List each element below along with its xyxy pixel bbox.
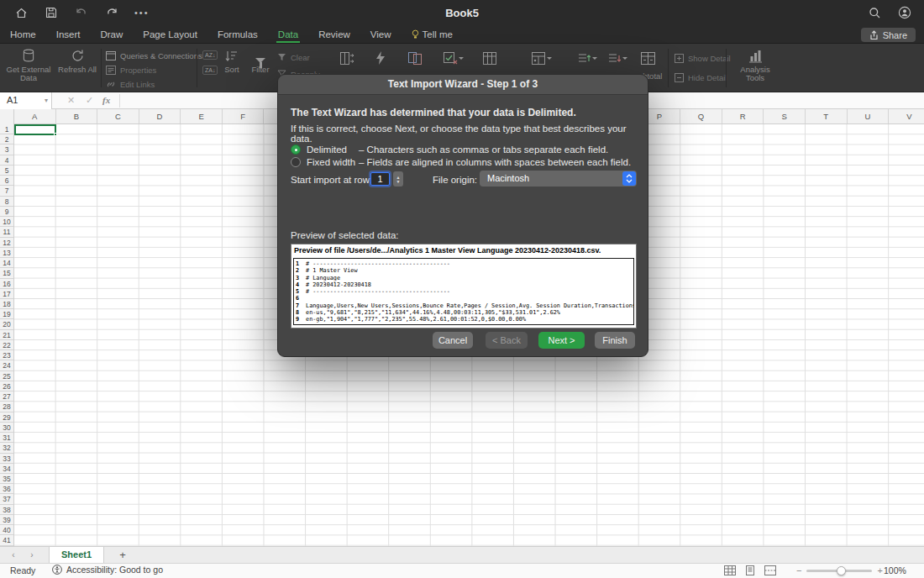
accessibility-status[interactable]: Accessibility: Good to go (52, 565, 163, 575)
row-header-16[interactable]: 16 (0, 279, 13, 289)
preview-data[interactable]: 1 # ------------------------------------… (293, 258, 634, 325)
column-header-S[interactable]: S (764, 109, 806, 123)
row-header-5[interactable]: 5 (0, 166, 13, 176)
row-header-19[interactable]: 19 (0, 309, 13, 319)
row-header-8[interactable]: 8 (0, 197, 13, 207)
row-header-2[interactable]: 2 (0, 134, 13, 144)
file-origin-dropdown[interactable]: Macintosh (480, 171, 637, 187)
row-header-35[interactable]: 35 (0, 474, 13, 484)
row-header-6[interactable]: 6 (0, 176, 13, 186)
selected-cell-a1[interactable] (14, 124, 56, 135)
normal-view-icon[interactable] (724, 565, 736, 575)
search-icon[interactable] (867, 5, 882, 20)
name-box-caret-icon[interactable]: ▾ (45, 92, 48, 108)
row-header-29[interactable]: 29 (0, 412, 13, 423)
row-header-32[interactable]: 32 (0, 443, 13, 453)
row-header-30[interactable]: 30 (0, 423, 13, 433)
row-header-27[interactable]: 27 (0, 391, 13, 402)
zoom-out-icon[interactable]: − (796, 565, 801, 575)
row-header-26[interactable]: 26 (0, 381, 13, 391)
tab-page-layout[interactable]: Page Layout (143, 25, 197, 43)
page-layout-view-icon[interactable] (744, 565, 756, 575)
row-header-31[interactable]: 31 (0, 433, 13, 443)
column-header-T[interactable]: T (806, 109, 848, 123)
column-header-Q[interactable]: Q (680, 109, 722, 123)
sheet-scroll-right-icon[interactable]: › (27, 550, 37, 560)
next-button[interactable]: Next > (538, 332, 585, 349)
row-header-10[interactable]: 10 (0, 217, 13, 227)
row-header-18[interactable]: 18 (0, 299, 13, 309)
name-box[interactable]: A1 ▾ (0, 92, 52, 109)
select-all-corner[interactable] (0, 109, 14, 124)
add-sheet-button[interactable]: + (116, 549, 129, 561)
sheet-tab-sheet1[interactable]: Sheet1 (49, 547, 104, 564)
column-header-F[interactable]: F (223, 109, 265, 123)
row-header-7[interactable]: 7 (0, 186, 13, 196)
row-header-4[interactable]: 4 (0, 155, 13, 166)
fixed-width-radio[interactable] (291, 157, 301, 167)
tab-review[interactable]: Review (318, 25, 350, 43)
group-icon[interactable] (575, 50, 592, 66)
row-header-14[interactable]: 14 (0, 258, 13, 268)
sort-az-icon[interactable]: AZ↓ (202, 50, 218, 60)
row-header-13[interactable]: 13 (0, 248, 13, 258)
row-header-20[interactable]: 20 (0, 319, 13, 329)
flash-fill-icon[interactable] (372, 50, 389, 66)
column-header-E[interactable]: E (181, 109, 223, 123)
start-import-row-input[interactable] (370, 172, 390, 186)
data-validation-icon[interactable] (442, 50, 459, 66)
row-header-24[interactable]: 24 (0, 360, 13, 370)
zoom-slider-knob[interactable] (837, 566, 846, 575)
tab-data[interactable]: Data (278, 25, 298, 43)
cancel-entry-icon[interactable]: ✕ (67, 92, 75, 109)
column-header-D[interactable]: D (139, 109, 181, 123)
ungroup-icon[interactable] (606, 50, 622, 66)
zoom-percentage[interactable]: 100% (884, 565, 906, 575)
show-detail-button[interactable]: Show Detail (675, 52, 731, 64)
tab-tell-me[interactable]: Tell me (412, 25, 453, 43)
cancel-button[interactable]: Cancel (433, 332, 473, 349)
consolidate-icon[interactable] (481, 50, 498, 66)
confirm-entry-icon[interactable]: ✓ (86, 92, 93, 109)
back-button[interactable]: < Back (486, 332, 528, 349)
filter-button[interactable]: Filter (247, 46, 274, 90)
zoom-slider[interactable] (806, 570, 872, 572)
properties-button[interactable]: Properties (106, 64, 202, 76)
start-import-stepper[interactable]: ▲▼ (393, 171, 403, 187)
row-header-40[interactable]: 40 (0, 525, 13, 535)
fill-handle[interactable] (54, 133, 57, 136)
column-header-A[interactable]: A (14, 109, 56, 123)
subtotal-icon[interactable] (639, 50, 656, 66)
share-button[interactable]: Share (861, 28, 916, 42)
row-header-28[interactable]: 28 (0, 402, 13, 412)
profile-icon[interactable] (897, 5, 912, 20)
remove-duplicates-icon[interactable] (407, 50, 423, 66)
row-header-41[interactable]: 41 (0, 535, 13, 545)
row-header-21[interactable]: 21 (0, 330, 13, 340)
row-header-11[interactable]: 11 (0, 227, 13, 237)
row-header-34[interactable]: 34 (0, 464, 13, 474)
hide-detail-button[interactable]: Hide Detail (675, 71, 727, 83)
row-header-15[interactable]: 15 (0, 268, 13, 278)
delimited-radio[interactable] (291, 144, 301, 155)
text-to-columns-icon[interactable] (339, 50, 355, 66)
insert-function-icon[interactable]: fx (102, 92, 110, 109)
row-header-23[interactable]: 23 (0, 350, 13, 360)
analysis-tools-button[interactable]: Analysis Tools (732, 46, 778, 90)
row-header-12[interactable]: 12 (0, 238, 13, 248)
sheet-scroll-left-icon[interactable]: ‹ (8, 550, 18, 560)
row-header-38[interactable]: 38 (0, 505, 13, 515)
tab-home[interactable]: Home (10, 25, 36, 43)
finish-button[interactable]: Finish (595, 332, 635, 349)
column-header-U[interactable]: U (848, 109, 890, 123)
edit-links-button[interactable]: Edit Links (106, 78, 202, 90)
tab-view[interactable]: View (370, 25, 391, 43)
column-header-C[interactable]: C (97, 109, 139, 123)
tab-formulas[interactable]: Formulas (218, 25, 258, 43)
row-header-22[interactable]: 22 (0, 340, 13, 350)
page-break-view-icon[interactable] (764, 565, 776, 575)
zoom-in-icon[interactable]: + (877, 565, 882, 575)
row-header-33[interactable]: 33 (0, 454, 13, 464)
row-header-1[interactable]: 1 (0, 124, 13, 134)
queries-connections-button[interactable]: Queries & Connections (106, 50, 202, 61)
